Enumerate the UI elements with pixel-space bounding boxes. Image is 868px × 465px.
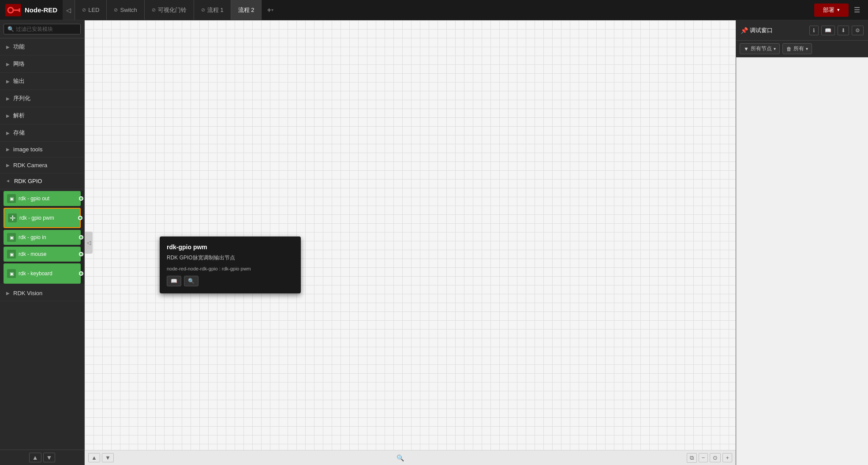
panel-content (736, 57, 868, 465)
filter-nodes-button[interactable]: ▼ 所有节点 ▾ (740, 43, 780, 54)
node-port-right (78, 216, 82, 220)
category-arrow-icon: ▶ (6, 45, 10, 49)
category-network[interactable]: ▶ 网络 (0, 56, 84, 73)
category-arrow-icon: ▶ (6, 113, 10, 118)
deploy-chevron-icon: ▾ (837, 7, 840, 13)
canvas-zoom-out-button[interactable]: − (699, 453, 708, 462)
node-rdk-gpio-pwm[interactable]: ✛ rdk - gpio pwm (4, 208, 81, 228)
category-parse[interactable]: ▶ 解析 (0, 107, 84, 124)
category-function[interactable]: ▶ 功能 (0, 38, 84, 56)
scroll-down-button[interactable]: ▼ (43, 453, 56, 462)
search-input[interactable] (16, 26, 77, 32)
tab-bell[interactable]: ⊘ 可视化门铃 (145, 0, 194, 20)
tooltip-popup: rdk-gpio pwm RDK GPIO脉宽调制输出节点 node-red-n… (160, 236, 301, 293)
node-rdk-gpio-in[interactable]: ▣ rdk - gpio in (4, 230, 81, 245)
node-icon: ▣ (7, 233, 16, 242)
node-list: ▣ rdk - gpio out ✛ rdk - gpio pwm ▣ rdk … (0, 191, 84, 284)
tab-switch[interactable]: ⊘ Switch (107, 0, 144, 20)
canvas-down-button[interactable]: ▼ (102, 453, 114, 462)
tooltip-actions: 📖 🔍 (167, 276, 294, 286)
panel-title: 📌 调试窗口 (741, 26, 807, 34)
all-icon: 🗑 (786, 46, 792, 52)
tab-add-button[interactable]: + ▾ (262, 0, 278, 20)
tab-flow2-label: 流程 2 (238, 6, 254, 14)
tab-flow1-label: 流程 1 (207, 6, 224, 14)
category-image-tools[interactable]: ▶ image tools (0, 142, 84, 158)
category-rdk-camera-label: RDK Camera (13, 162, 47, 169)
logo-icon (5, 4, 21, 16)
panel-gear-button[interactable]: ⚙ (852, 26, 864, 35)
tab-collapse-button[interactable]: ◁ (63, 0, 75, 20)
panel-title-label: 调试窗口 (750, 26, 773, 34)
menu-icon: ☰ (854, 6, 860, 14)
category-arrow-icon: ▶ (6, 62, 10, 67)
panel-info-button[interactable]: ℹ (809, 26, 819, 35)
search-icon: 🔍 (7, 26, 14, 32)
tabs-area: ◁ ⊘ LED ⊘ Switch ⊘ 可视化门铃 ⊘ 流程 1 流程 2 + ▾ (63, 0, 810, 20)
panel-right: 📌 调试窗口 ℹ 📖 ⬇ ⚙ ▼ 所有节点 ▾ 🗑 所有 ▾ (736, 20, 868, 465)
node-icon: ✛ (8, 214, 17, 222)
node-icon: ▣ (7, 194, 16, 203)
topbar-right: 部署 ▾ ☰ (810, 4, 868, 17)
collapse-left-icon: ◁ (87, 240, 91, 246)
deploy-button[interactable]: 部署 ▾ (814, 4, 849, 17)
node-port-right (79, 196, 83, 201)
tab-flow1-icon: ⊘ (201, 7, 205, 13)
canvas-up-button[interactable]: ▲ (88, 453, 100, 462)
canvas-page-icon[interactable]: ⧉ (687, 453, 697, 463)
canvas-search-button[interactable]: 🔍 (397, 454, 404, 461)
category-list: ▶ 功能 ▶ 网络 ▶ 输出 ▶ 序列化 ▶ 解析 (0, 38, 84, 450)
category-rdk-camera[interactable]: ▶ RDK Camera (0, 158, 84, 173)
canvas-area[interactable]: ◁ rdk-gpio pwm RDK GPIO脉宽调制输出节点 node-red… (85, 20, 736, 465)
node-rdk-mouse[interactable]: ▣ rdk - mouse (4, 247, 81, 262)
logo-area: Node-RED (0, 4, 63, 16)
node-rdk-keyboard[interactable]: ▣ rdk - keyboard (4, 263, 81, 284)
sidebar-bottom: ▲ ▼ (0, 450, 84, 465)
filter-icon: ▼ (744, 46, 749, 52)
category-arrow-icon: ▶ (6, 147, 10, 152)
pin-icon: 📌 (741, 27, 748, 34)
tab-add-icon: + (267, 6, 271, 14)
tab-switch-icon: ⊘ (114, 7, 118, 13)
category-output[interactable]: ▶ 输出 (0, 73, 84, 90)
category-arrow-icon: ▶ (6, 131, 10, 135)
category-rdk-gpio-label: RDK GPIO (14, 178, 42, 184)
category-rdk-vision[interactable]: ▶ RDK Vision (0, 285, 84, 301)
app-title: Node-RED (25, 6, 57, 14)
canvas-zoom-reset-button[interactable]: ⊙ (710, 453, 721, 462)
node-label: rdk - gpio pwm (19, 215, 76, 221)
panel-right-toolbar: ▼ 所有节点 ▾ 🗑 所有 ▾ (736, 41, 868, 57)
tooltip-title: rdk-gpio pwm (167, 244, 294, 251)
node-rdk-gpio-out[interactable]: ▣ rdk - gpio out (4, 191, 81, 206)
canvas-collapse-button[interactable]: ◁ (85, 232, 93, 254)
category-serialize[interactable]: ▶ 序列化 (0, 90, 84, 107)
tab-led[interactable]: ⊘ LED (75, 0, 107, 20)
category-parse-label: 解析 (13, 112, 25, 120)
panel-book-button[interactable]: 📖 (821, 26, 835, 35)
tooltip-module: node-red-node-rdk-gpio : rdk-gpio pwm (167, 266, 294, 271)
tab-flow2[interactable]: 流程 2 (231, 0, 262, 20)
category-arrow-icon: ▶ (6, 96, 10, 101)
tab-bell-icon: ⊘ (152, 7, 156, 13)
topbar: Node-RED ◁ ⊘ LED ⊘ Switch ⊘ 可视化门铃 ⊘ 流程 1… (0, 0, 868, 20)
category-rdk-gpio[interactable]: ▼ RDK GPIO (0, 173, 84, 189)
panel-download-button[interactable]: ⬇ (838, 26, 849, 35)
filter-label: 所有节点 (751, 45, 772, 52)
search-box: 🔍 (0, 20, 84, 38)
all-button[interactable]: 🗑 所有 ▾ (782, 43, 812, 54)
canvas-grid[interactable]: ◁ rdk-gpio pwm RDK GPIO脉宽调制输出节点 node-red… (85, 20, 736, 465)
menu-button[interactable]: ☰ (850, 4, 864, 16)
node-port-right (79, 252, 83, 256)
scroll-up-button[interactable]: ▲ (29, 453, 41, 462)
main-content: 🔍 ▶ 功能 ▶ 网络 ▶ 输出 ▶ 序列化 (0, 20, 868, 465)
canvas-zoom-in-button[interactable]: + (722, 453, 732, 462)
category-network-label: 网络 (13, 60, 25, 68)
search-input-wrap: 🔍 (4, 24, 81, 34)
tab-flow1[interactable]: ⊘ 流程 1 (194, 0, 231, 20)
tooltip-book-button[interactable]: 📖 (167, 276, 181, 286)
tooltip-search-button[interactable]: 🔍 (184, 276, 198, 286)
category-storage[interactable]: ▶ 存储 (0, 124, 84, 142)
category-storage-label: 存储 (13, 129, 25, 137)
category-arrow-icon: ▶ (6, 163, 10, 168)
node-label: rdk - mouse (19, 251, 77, 257)
